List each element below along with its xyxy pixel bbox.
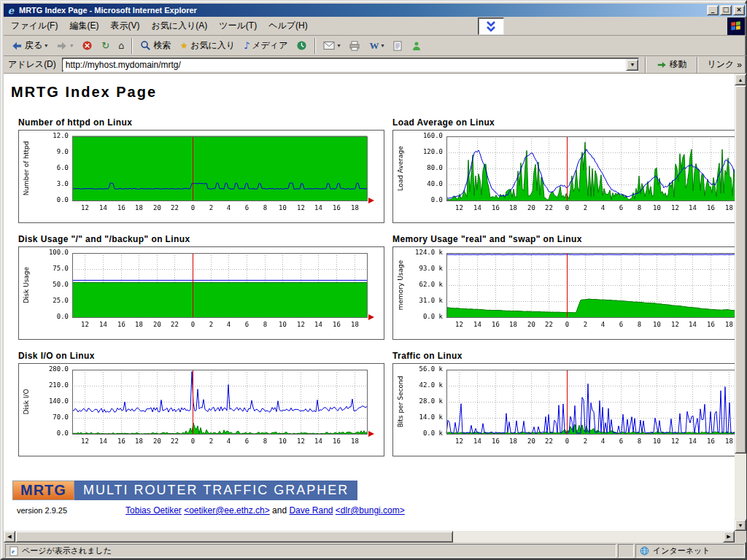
page-icon xyxy=(392,41,403,51)
chart-disk-usage-graph[interactable] xyxy=(18,246,384,340)
toolbar-separator xyxy=(314,38,316,54)
chart-traffic-graph[interactable] xyxy=(392,363,735,456)
chart-memory-graph[interactable] xyxy=(392,246,735,340)
status-message: ページが表示されました xyxy=(22,545,112,556)
windows-logo-icon xyxy=(727,18,745,35)
media-note-icon: ♪ xyxy=(244,41,249,50)
menu-help[interactable]: ヘルプ(H) xyxy=(263,17,314,35)
chart-memory: Memory Usage "real" and "swap" on Linux xyxy=(392,234,735,340)
back-button[interactable]: 戻る ▾ xyxy=(7,37,52,55)
chart-load: Load Average on Linux xyxy=(392,117,735,223)
close-button[interactable]: × xyxy=(733,5,745,15)
address-label: アドレス(D) xyxy=(5,58,59,71)
scroll-left-button[interactable]: ◀ xyxy=(4,531,15,542)
credit-link[interactable]: <dlr@bungi.com> xyxy=(336,505,405,516)
addressbar-separator xyxy=(697,57,698,73)
minimize-button[interactable]: _ xyxy=(707,5,719,15)
address-input-box: ▼ xyxy=(62,58,640,72)
scroll-right-button[interactable]: ▶ xyxy=(723,531,735,542)
links-bar[interactable]: リンク » xyxy=(704,58,745,71)
search-label: 検索 xyxy=(153,39,171,52)
favorites-button[interactable]: ★ お気に入り xyxy=(175,37,239,55)
stop-icon xyxy=(82,40,93,51)
version-label: version 2.9.25 xyxy=(17,506,67,515)
refresh-button[interactable]: ↻ xyxy=(97,37,114,55)
print-icon xyxy=(349,41,360,51)
double-chevron-down-icon xyxy=(484,20,498,33)
maximize-button[interactable]: □ xyxy=(720,5,732,15)
links-label: リンク xyxy=(707,58,734,71)
horizontal-scroll-thumb[interactable] xyxy=(15,531,453,542)
toolbar-separator xyxy=(131,38,133,54)
credit-text: and xyxy=(270,505,290,516)
window-title: MRTG Index Page - Microsoft Internet Exp… xyxy=(19,6,707,15)
credit-link[interactable]: <oetiker@ee.ethz.ch> xyxy=(184,505,270,516)
search-button[interactable]: 検索 xyxy=(136,37,175,55)
address-bar: アドレス(D) ▼ 移動 リンク » xyxy=(4,56,746,74)
mail-caret-icon: ▾ xyxy=(337,43,340,49)
forward-button[interactable]: ▾ xyxy=(52,37,77,55)
vertical-scroll-thumb[interactable] xyxy=(735,85,746,454)
menu-view[interactable]: 表示(V) xyxy=(104,17,145,35)
favorites-label: お気に入り xyxy=(190,39,235,52)
edit-caret-icon: ▾ xyxy=(381,43,384,49)
messenger-icon xyxy=(411,41,422,51)
search-icon xyxy=(140,40,151,51)
credit-link[interactable]: Dave Rand xyxy=(289,505,333,516)
chart-httpd: Number of httpd on Linux xyxy=(18,117,383,223)
browser-window: e MRTG Index Page - Microsoft Internet E… xyxy=(0,0,747,560)
discuss-button[interactable] xyxy=(388,37,407,55)
home-icon: ⌂ xyxy=(118,41,124,50)
addressbar-separator xyxy=(645,57,646,73)
menu-file[interactable]: ファイル(F) xyxy=(5,17,63,35)
scrollbar-corner xyxy=(735,531,746,542)
throbber-chevrons-icon xyxy=(478,18,504,35)
status-bar: e ページが表示されました インターネット xyxy=(4,542,746,559)
internet-globe-icon xyxy=(640,546,649,556)
chart-httpd-graph[interactable] xyxy=(18,130,384,223)
page-title: MRTG Index Page xyxy=(11,84,157,101)
ie-window-icon: e xyxy=(5,5,17,16)
horizontal-scrollbar[interactable]: ◀ ▶ xyxy=(4,531,735,542)
chart-memory-title: Memory Usage "real" and "swap" on Linux xyxy=(392,234,735,244)
menu-tools[interactable]: ツール(T) xyxy=(213,17,263,35)
scroll-up-button[interactable]: ▲ xyxy=(735,74,746,85)
go-button[interactable]: 移動 xyxy=(652,57,691,72)
history-button[interactable] xyxy=(292,37,311,55)
mrtg-logo[interactable]: MRTG xyxy=(12,481,74,500)
address-dropdown-button[interactable]: ▼ xyxy=(626,59,638,71)
menu-edit[interactable]: 編集(E) xyxy=(63,17,104,35)
history-clock-icon xyxy=(296,40,307,51)
footer-credits-row: version 2.9.25 Tobias Oetiker <oetiker@e… xyxy=(12,505,523,516)
chart-disk-io-title: Disk I/O on Linux xyxy=(18,351,383,361)
word-w-icon: W xyxy=(369,40,379,52)
window-controls: _ □ × xyxy=(707,5,745,15)
chart-disk-usage: Disk Usage "/" and "/backup" on Linux xyxy=(18,234,383,340)
back-arrow-icon xyxy=(11,41,23,51)
address-input[interactable] xyxy=(63,60,627,70)
home-button[interactable]: ⌂ xyxy=(114,37,128,55)
forward-caret-icon: ▾ xyxy=(70,43,73,49)
scroll-down-button[interactable]: ▼ xyxy=(735,519,746,531)
print-button[interactable] xyxy=(344,37,365,55)
refresh-icon: ↻ xyxy=(101,41,109,50)
mrtg-banner: MULTI ROUTER TRAFFIC GRAPHER xyxy=(74,481,357,500)
chart-load-graph[interactable] xyxy=(392,130,735,223)
mrtg-logo-row: MRTG MULTI ROUTER TRAFFIC GRAPHER xyxy=(12,481,523,500)
menu-favorites[interactable]: お気に入り(A) xyxy=(145,17,213,35)
status-message-pane: e ページが表示されました xyxy=(5,544,616,558)
credit-link[interactable]: Tobias Oetiker xyxy=(125,505,182,516)
title-bar: e MRTG Index Page - Microsoft Internet E… xyxy=(4,4,746,17)
back-caret-icon: ▾ xyxy=(44,43,47,49)
media-button[interactable]: ♪ メディア xyxy=(239,37,292,55)
edit-word-button[interactable]: W ▾ xyxy=(365,37,388,55)
chart-disk-io-graph[interactable] xyxy=(18,363,384,456)
stop-button[interactable] xyxy=(77,37,97,55)
vertical-scrollbar[interactable]: ▲ ▼ xyxy=(735,74,746,531)
go-arrow-icon xyxy=(657,60,667,70)
chart-httpd-title: Number of httpd on Linux xyxy=(18,117,383,128)
media-label: メディア xyxy=(252,39,287,52)
go-label: 移動 xyxy=(669,58,686,71)
mail-button[interactable]: ▾ xyxy=(319,37,344,55)
messenger-button[interactable] xyxy=(407,37,426,55)
